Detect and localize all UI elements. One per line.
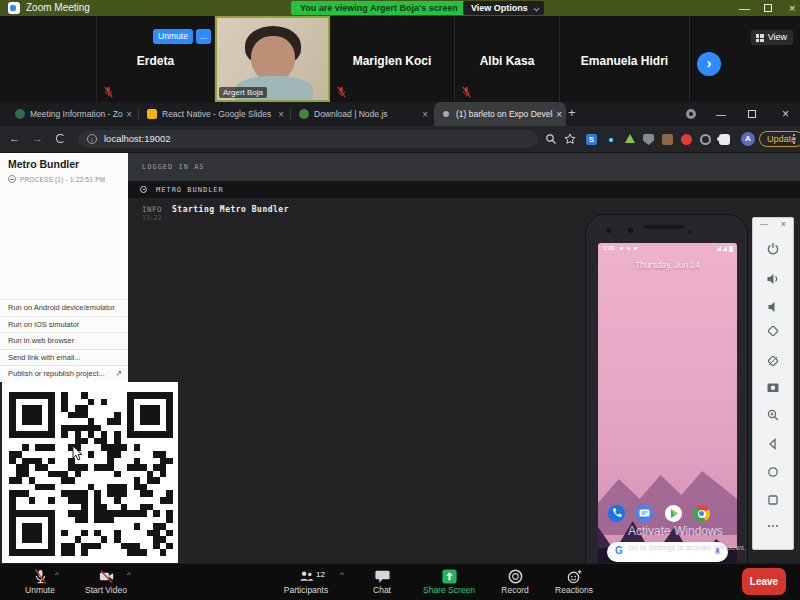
video-name-tag: Argert Boja [219, 87, 267, 98]
empty-tile [0, 16, 97, 102]
rotate-left-icon[interactable] [766, 324, 780, 338]
participants-caret[interactable]: ^ [340, 570, 344, 579]
rotate-right-icon[interactable] [766, 354, 780, 368]
browser-menu-icon[interactable] [793, 134, 795, 136]
unmute-label: Unmute [14, 585, 66, 595]
play-store-app-icon[interactable] [665, 505, 682, 522]
sidebar-menu: Run on Android device/emulator Run on iO… [0, 299, 128, 382]
more-options-overlay-button[interactable]: ... [196, 29, 211, 44]
browser-tabbar: Meeting Information - Zoom × React Nativ… [0, 102, 800, 126]
browser-close-icon[interactable]: × [782, 107, 789, 121]
back-icon[interactable]: ← [9, 132, 20, 144]
menu-run-android[interactable]: Run on Android device/emulator [0, 299, 128, 316]
emulator-more-icon[interactable] [766, 522, 780, 530]
tab-label: (1) barleto on Expo Developer To [456, 109, 553, 119]
url-text[interactable]: localhost:19002 [104, 133, 171, 144]
qr-code [9, 388, 173, 560]
messages-app-icon[interactable] [636, 505, 653, 522]
extension-red-icon[interactable] [681, 134, 692, 145]
emulator-close-icon[interactable]: × [781, 219, 786, 229]
mic-muted-icon [336, 86, 347, 98]
tab-close-icon[interactable]: × [126, 109, 132, 120]
extensions-puzzle-icon[interactable] [719, 134, 730, 145]
reactions-label: Reactions [548, 585, 600, 595]
tab-nodejs[interactable]: Download | Node.js × [292, 102, 432, 126]
start-video-caret[interactable]: ^ [127, 570, 131, 579]
participant-video-tile-argert: Argert Boja [215, 16, 330, 102]
zoom-in-icon[interactable] [766, 408, 780, 422]
tab-label: Download | Node.js [314, 109, 419, 119]
extension-react-devtools-icon[interactable] [605, 134, 616, 145]
next-participants-button[interactable]: › [697, 52, 721, 76]
menu-publish-project[interactable]: Publish or republish project...↗ [0, 365, 128, 382]
view-options-button[interactable]: View Options [463, 1, 544, 15]
unmute-overlay-button[interactable]: Unmute [153, 29, 193, 44]
reactions-icon [566, 568, 583, 585]
reload-icon[interactable] [56, 134, 65, 143]
leave-button[interactable]: Leave [742, 568, 786, 595]
record-control[interactable]: Record [492, 564, 538, 595]
sensor-dot [688, 230, 692, 234]
zoom-app-window: Zoom Meeting You are viewing Argert Boja… [0, 0, 800, 600]
participant-filmstrip: Erdeta Unmute ... Argert Boja Mariglen K… [0, 16, 800, 102]
zoom-titlebar: Zoom Meeting You are viewing Argert Boja… [0, 0, 800, 16]
participant-tile-mariglen: Mariglen Koci [330, 16, 455, 102]
tabbar-extension-icon[interactable] [686, 109, 696, 119]
front-camera-icon [628, 228, 633, 233]
tab-close-icon[interactable]: × [556, 109, 562, 120]
site-info-icon[interactable]: i [87, 134, 97, 144]
menu-send-link-email[interactable]: Send link with email... [0, 349, 128, 366]
tab-expo-devtools[interactable]: (1) barleto on Expo Developer To × [434, 102, 566, 126]
view-layout-button[interactable]: View [751, 30, 793, 45]
bookmark-star-icon[interactable] [564, 133, 576, 145]
phone-app-icon[interactable] [608, 505, 625, 522]
screenshot-camera-icon[interactable] [766, 380, 780, 394]
power-icon[interactable] [766, 242, 780, 256]
forward-icon[interactable]: → [32, 132, 43, 144]
view-label: View [768, 32, 787, 42]
address-bar[interactable]: i localhost:19002 [78, 130, 538, 148]
extension-s-icon[interactable]: S [586, 134, 597, 145]
search-icon[interactable] [545, 133, 557, 145]
unmute-control[interactable]: Unmute [14, 564, 66, 595]
menu-run-web[interactable]: Run in web browser [0, 332, 128, 349]
tab-meeting-information[interactable]: Meeting Information - Zoom × [8, 102, 136, 126]
unmute-caret[interactable]: ^ [55, 570, 59, 579]
volume-down-icon[interactable] [766, 300, 780, 314]
mic-muted-icon [103, 86, 114, 98]
menu-run-ios[interactable]: Run on iOS simulator [0, 316, 128, 333]
profile-avatar[interactable]: A [741, 132, 755, 146]
chrome-app-icon[interactable] [693, 505, 710, 522]
tab-google-slides[interactable]: React Native - Google Slides × [140, 102, 288, 126]
new-tab-button[interactable]: + [568, 105, 576, 120]
emulator-back-icon[interactable] [766, 437, 780, 451]
minimize-window-button[interactable]: — [739, 1, 750, 15]
browser-restore-icon[interactable] [748, 110, 756, 118]
grid-view-icon [756, 34, 764, 42]
browser-minimize-icon[interactable]: — [716, 109, 726, 120]
extension-shield-icon[interactable] [643, 134, 654, 145]
extension-ring-icon[interactable] [700, 134, 711, 145]
volume-up-icon[interactable] [766, 272, 780, 286]
close-window-button[interactable]: × [789, 1, 795, 15]
tab-close-icon[interactable]: × [422, 109, 428, 120]
emulator-toolbar: — × [752, 217, 794, 550]
metro-bundler-band[interactable]: METRO BUNDLER [128, 181, 800, 198]
filmstrip-right-area: › View [690, 16, 800, 102]
expo-devtools-page: LOGGED IN AS METRO BUNDLER INFO 13:22 St… [0, 153, 800, 563]
participant-name: Emanuela Hidri [560, 54, 689, 68]
extension-drive-icon[interactable] [624, 134, 635, 145]
logged-in-label: LOGGED IN AS [142, 163, 205, 171]
maximize-window-button[interactable] [764, 4, 772, 12]
extension-screenshot-icon[interactable] [662, 134, 673, 145]
emulator-home-icon[interactable] [766, 465, 780, 479]
start-video-control[interactable]: Start Video [78, 564, 134, 595]
emulator-minimize-icon[interactable]: — [760, 219, 768, 228]
participants-control[interactable]: Participants [278, 564, 334, 595]
share-screen-control[interactable]: Share Screen [418, 564, 480, 595]
lockscreen-date: Thursday, Jun 24 [598, 260, 737, 270]
chat-control[interactable]: Chat [360, 564, 404, 595]
tab-close-icon[interactable]: × [278, 109, 284, 120]
reactions-control[interactable]: Reactions [548, 564, 600, 595]
emulator-overview-icon[interactable] [766, 493, 780, 507]
